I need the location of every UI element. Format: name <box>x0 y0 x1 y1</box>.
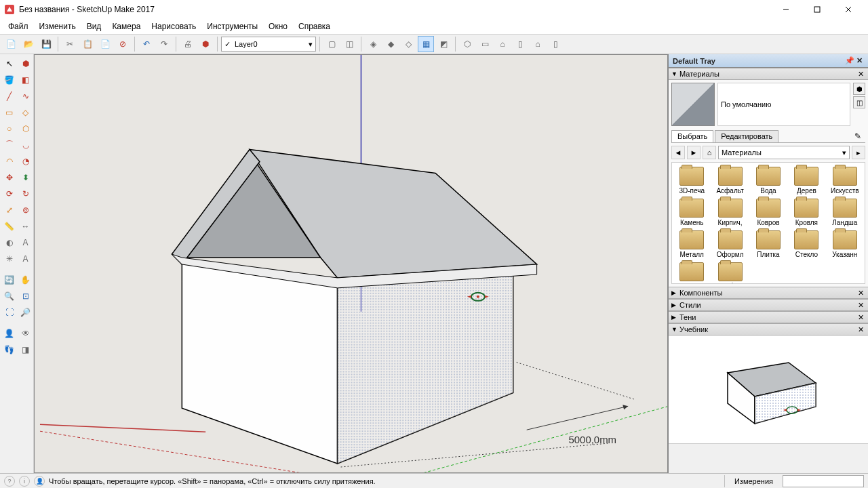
material-folder[interactable]: Стекло <box>788 229 825 260</box>
new-file-button[interactable]: 📄 <box>3 36 19 52</box>
menu-help[interactable]: Справка <box>293 20 336 33</box>
copy-button[interactable]: 📋 <box>79 36 96 52</box>
tutorial-panel-header[interactable]: ▼ Учебник ✕ <box>669 323 868 336</box>
user-icon[interactable]: 👤 <box>34 476 45 487</box>
pie-tool[interactable]: ◔ <box>18 153 33 169</box>
components-close-icon[interactable]: ✕ <box>856 289 865 298</box>
text-tool[interactable]: A <box>18 235 33 250</box>
model-info-button[interactable]: ⬢ <box>197 36 214 52</box>
material-folder[interactable]: Цвета <box>673 261 710 284</box>
previous-view-tool[interactable]: 🔎 <box>18 304 33 320</box>
materials-edit-tab[interactable]: Редактировать <box>715 130 778 142</box>
look-around-tool[interactable]: 👁 <box>18 325 33 341</box>
circle-tool[interactable]: ○ <box>1 121 17 136</box>
material-category-select[interactable]: Материалы▾ <box>718 146 850 159</box>
zoom-extents-tool[interactable]: ⛶ <box>1 304 17 320</box>
redo-button[interactable]: ↷ <box>156 36 172 52</box>
tape-tool[interactable]: 📏 <box>1 218 17 234</box>
material-folder[interactable]: Указанн <box>827 229 863 260</box>
paint-tool[interactable]: 🪣 <box>1 72 17 87</box>
move-tool[interactable]: ✥ <box>1 169 17 185</box>
materials-panel-header[interactable]: ▼ Материалы ✕ <box>669 68 868 80</box>
material-folder[interactable]: Камень <box>673 197 710 228</box>
material-name-input[interactable] <box>717 83 850 126</box>
paste-button[interactable]: 📄 <box>97 36 113 52</box>
style-hidden-button[interactable]: ◫ <box>341 36 357 52</box>
tray-close-icon[interactable]: ✕ <box>854 56 864 65</box>
view-back-button[interactable]: ⌂ <box>530 36 546 52</box>
material-folder[interactable]: Шабло <box>711 261 748 284</box>
zoom-window-tool[interactable]: ⊡ <box>18 288 33 304</box>
material-folder[interactable]: Металл <box>673 229 710 260</box>
material-folder[interactable]: Вода <box>750 165 787 196</box>
style-mono-button[interactable]: ◇ <box>400 36 416 52</box>
arc-tool[interactable]: ⌒ <box>1 137 17 152</box>
menu-window[interactable]: Окно <box>263 20 293 33</box>
polygon-tool[interactable]: ⬡ <box>18 121 33 136</box>
rotated-rect-tool[interactable]: ◇ <box>18 104 33 120</box>
material-folder[interactable]: Ландша <box>827 197 863 228</box>
select-tool[interactable]: ↖ <box>1 56 17 71</box>
scale-tool[interactable]: ⤢ <box>1 202 17 218</box>
help-icon[interactable]: ? <box>4 476 15 487</box>
menu-camera[interactable]: Камера <box>106 20 146 33</box>
style-shaded-button[interactable]: ◈ <box>365 36 381 52</box>
material-folder[interactable]: Асфальт <box>711 165 748 196</box>
close-button[interactable] <box>833 0 864 19</box>
offset-tool[interactable]: ⊚ <box>18 202 33 218</box>
eraser-tool[interactable]: ◧ <box>18 72 33 87</box>
shadows-panel-header[interactable]: ▶ Тени ✕ <box>669 311 868 323</box>
material-folder[interactable]: Ковров <box>750 197 787 228</box>
zoom-tool[interactable]: 🔍 <box>1 288 17 304</box>
styles-panel-header[interactable]: ▶ Стили ✕ <box>669 299 868 311</box>
style-shaded-tex-button[interactable]: ◆ <box>382 36 399 52</box>
eyedropper-icon[interactable]: ✎ <box>850 130 865 142</box>
nav-home-button[interactable]: ⌂ <box>703 146 716 159</box>
material-folder[interactable]: 3D-печа <box>673 165 710 196</box>
layer-select[interactable]: ✓Layer0▾ <box>221 37 316 52</box>
style-back-button[interactable]: ◩ <box>435 36 452 52</box>
style-wireframe-button[interactable]: ▢ <box>323 36 340 52</box>
geo-icon[interactable]: i <box>19 476 30 487</box>
tray-header[interactable]: Default Tray 📌 ✕ <box>669 54 868 68</box>
open-file-button[interactable]: 📂 <box>20 36 37 52</box>
save-button[interactable]: 💾 <box>38 36 54 52</box>
view-front-button[interactable]: ⌂ <box>494 36 511 52</box>
maximize-button[interactable] <box>802 0 833 19</box>
orbit-tool[interactable]: 🔄 <box>1 272 17 287</box>
material-folder[interactable]: Дерев <box>788 165 825 196</box>
component-tool[interactable]: ⬢ <box>18 56 33 71</box>
nav-back-button[interactable]: ◄ <box>671 146 685 159</box>
followme-tool[interactable]: ↻ <box>18 186 33 201</box>
cut-button[interactable]: ✂ <box>62 36 78 52</box>
shadows-close-icon[interactable]: ✕ <box>856 313 865 322</box>
pan-tool[interactable]: ✋ <box>18 272 33 287</box>
freehand-tool[interactable]: ∿ <box>18 88 33 104</box>
styles-close-icon[interactable]: ✕ <box>856 301 865 310</box>
minimize-button[interactable] <box>770 0 802 19</box>
material-folder[interactable]: Плитка <box>750 229 787 260</box>
components-panel-header[interactable]: ▶ Компоненты ✕ <box>669 287 868 299</box>
material-folder[interactable]: Искусств <box>827 165 863 196</box>
undo-button[interactable]: ↶ <box>138 36 155 52</box>
nav-details-button[interactable]: ▸ <box>852 146 865 159</box>
materials-select-tab[interactable]: Выбрать <box>671 130 713 142</box>
set-default-button[interactable]: ◫ <box>853 96 865 108</box>
print-button[interactable]: 🖨 <box>180 36 196 52</box>
axes-tool[interactable]: ✳ <box>1 251 17 266</box>
view-top-button[interactable]: ▭ <box>477 36 493 52</box>
style-xray-button[interactable]: ▦ <box>418 36 434 52</box>
rectangle-tool[interactable]: ▭ <box>1 104 17 120</box>
position-camera-tool[interactable]: 👤 <box>1 325 17 341</box>
material-preview[interactable] <box>671 83 715 126</box>
materials-close-icon[interactable]: ✕ <box>856 70 865 79</box>
dimension-tool[interactable]: ↔ <box>18 218 33 234</box>
section-tool[interactable]: ◨ <box>18 342 33 357</box>
arc2-tool[interactable]: ◡ <box>18 137 33 152</box>
material-folder[interactable]: Оформл <box>711 229 748 260</box>
rotate-tool[interactable]: ⟳ <box>1 186 17 201</box>
tutorial-close-icon[interactable]: ✕ <box>856 325 865 334</box>
line-tool[interactable]: ╱ <box>1 88 17 104</box>
menu-tools[interactable]: Инструменты <box>201 20 263 33</box>
create-material-button[interactable]: ⬢ <box>853 83 865 95</box>
